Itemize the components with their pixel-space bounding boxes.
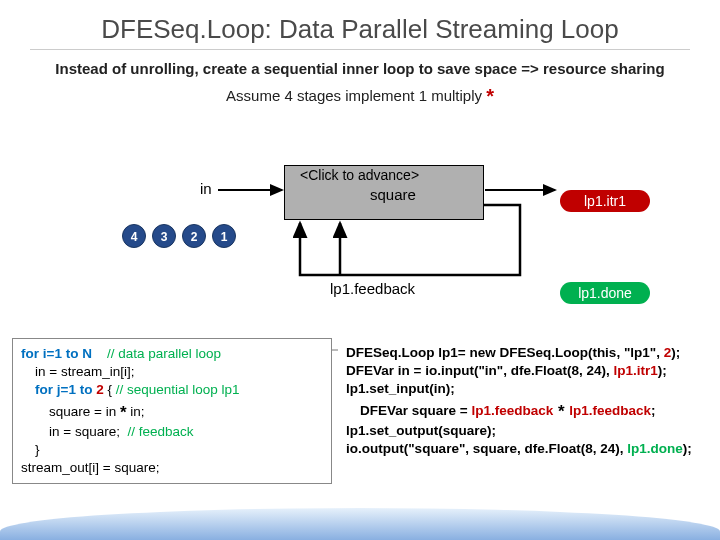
- code: 2: [96, 382, 104, 397]
- click-advance[interactable]: <Click to advance>: [300, 167, 419, 183]
- star-icon: *: [553, 402, 569, 421]
- square-label: square: [370, 186, 416, 203]
- stage-dot-2: 2: [182, 224, 206, 248]
- code: );: [671, 345, 680, 360]
- code: DFEVar square =: [360, 403, 471, 418]
- comment: // feedback: [127, 424, 193, 439]
- code: in = stream_in[i];: [21, 363, 323, 381]
- slide-title: DFESeq.Loop: Data Parallel Streaming Loo…: [30, 0, 690, 50]
- in-label: in: [200, 180, 212, 197]
- pill-itr1: lp1.itr1: [560, 190, 650, 212]
- code: lp1.feedback: [471, 403, 553, 418]
- code: io.output("square", square, dfe.Float(8,…: [346, 441, 627, 456]
- comment: // data parallel loop: [107, 346, 221, 361]
- code: ;: [651, 403, 656, 418]
- assume-text: Assume 4 stages implement 1 multiply: [226, 87, 486, 104]
- code: lp1.itr1: [613, 363, 657, 378]
- stage-dot-3: 3: [152, 224, 176, 248]
- star-icon: *: [120, 403, 127, 422]
- code: for j=1 to: [35, 382, 96, 397]
- pill-done: lp1.done: [560, 282, 650, 304]
- code: in;: [127, 404, 145, 419]
- code: {: [104, 382, 116, 397]
- code: in = square;: [49, 424, 120, 439]
- stage-dot-4: 4: [122, 224, 146, 248]
- comment: // sequential loop lp1: [116, 382, 240, 397]
- code: DFESeq.Loop lp1= new DFESeq.Loop(this, "…: [346, 345, 664, 360]
- code: lp1.set_input(in);: [346, 380, 710, 398]
- code: lp1.set_output(square);: [346, 422, 710, 440]
- code: }: [21, 441, 323, 459]
- code: for i=1 to N: [21, 346, 92, 361]
- star-icon: *: [486, 85, 494, 107]
- slide-subtitle: Instead of unrolling, create a sequentia…: [0, 50, 720, 83]
- stage-dot-1: 1: [212, 224, 236, 248]
- assume-line: Assume 4 stages implement 1 multiply *: [0, 83, 720, 114]
- feedback-label: lp1.feedback: [330, 280, 415, 297]
- pseudocode-box: for i=1 to N // data parallel loop in = …: [12, 338, 332, 484]
- code: lp1.feedback: [569, 403, 651, 418]
- footer-wave: [0, 508, 720, 540]
- api-code-box: DFESeq.Loop lp1= new DFESeq.Loop(this, "…: [338, 338, 718, 464]
- code: );: [683, 441, 692, 456]
- code: );: [658, 363, 667, 378]
- code: DFEVar in = io.input("in", dfe.Float(8, …: [346, 363, 613, 378]
- code: stream_out[i] = square;: [21, 459, 323, 477]
- code: square = in: [49, 404, 120, 419]
- code: lp1.done: [627, 441, 683, 456]
